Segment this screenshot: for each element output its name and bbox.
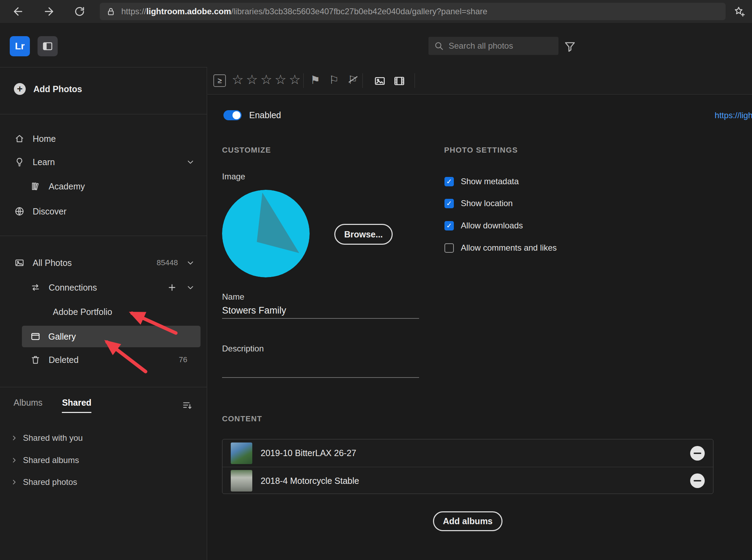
enabled-toggle[interactable] — [223, 110, 242, 120]
list-item[interactable]: 2019-10 BitterLAX 26-27 — [222, 439, 713, 467]
add-photos-button[interactable]: Add Photos — [0, 79, 207, 99]
remove-album-icon[interactable] — [690, 473, 705, 488]
shared-with-you-section[interactable]: Shared with you — [0, 429, 207, 447]
setting-label: Allow comments and likes — [461, 243, 557, 253]
chevron-down-icon[interactable] — [186, 157, 195, 167]
unflagged-icon[interactable] — [328, 73, 340, 87]
checkbox-icon[interactable] — [444, 221, 454, 230]
setting-label: Show location — [461, 198, 513, 208]
toolbar-separator — [362, 73, 363, 88]
sidebar-item-gallery[interactable]: Gallery — [22, 326, 201, 347]
share-url-link[interactable]: https://ligh — [715, 111, 752, 120]
checkbox-icon[interactable] — [444, 199, 454, 208]
sidebar-item-learn[interactable]: Learn — [0, 152, 207, 172]
pick-flag-icon[interactable] — [309, 73, 321, 87]
sidebar-item-academy[interactable]: Academy — [0, 177, 207, 196]
shared-albums-section[interactable]: Shared albums — [0, 451, 207, 469]
connections-icon — [30, 282, 41, 293]
chevron-right-icon — [10, 434, 18, 442]
chevron-down-icon[interactable] — [186, 258, 195, 267]
videos-filter-icon[interactable] — [393, 75, 406, 87]
home-label: Home — [33, 134, 56, 144]
academy-label: Academy — [49, 181, 85, 192]
tab-shared[interactable]: Shared — [62, 398, 91, 413]
all-photos-count: 85448 — [157, 258, 178, 267]
add-photos-label: Add Photos — [33, 84, 82, 94]
star-icon[interactable] — [275, 72, 286, 88]
share-cover-image[interactable] — [222, 190, 310, 277]
name-input[interactable] — [222, 303, 419, 319]
reload-icon — [74, 6, 85, 17]
setting-show-location[interactable]: Show location — [444, 196, 513, 210]
sidebar-item-connections[interactable]: Connections — [0, 278, 207, 297]
trash-icon — [30, 354, 41, 365]
main-content: ≥ Enabled https: — [207, 67, 752, 560]
flag-filter[interactable] — [309, 73, 359, 87]
add-photos-icon — [14, 83, 26, 95]
album-thumbnail — [231, 470, 252, 492]
album-title: 2018-4 Motorcycle Stable — [261, 476, 682, 486]
toolbar-separator — [303, 73, 304, 88]
star-icon[interactable] — [232, 72, 244, 88]
gallery-label: Gallery — [48, 332, 76, 342]
url-text: https://lightroom.adobe.com/libraries/b3… — [121, 7, 487, 16]
back-arrow-icon — [12, 5, 24, 18]
reject-flag-icon[interactable] — [346, 73, 359, 87]
name-label: Name — [222, 292, 244, 302]
sidebar-tabs: Albums Shared — [0, 396, 207, 415]
toolbar-separator — [415, 73, 415, 88]
sidebar-item-deleted[interactable]: Deleted 76 — [0, 350, 207, 370]
rating-operator-button[interactable]: ≥ — [213, 74, 226, 87]
search-icon — [434, 41, 444, 51]
sidebar-item-adobe-portfolio[interactable]: Adobe Portfolio — [0, 302, 207, 322]
image-label: Image — [222, 172, 245, 181]
description-input[interactable] — [222, 362, 419, 378]
sort-icon[interactable] — [182, 400, 193, 411]
star-rating-filter[interactable] — [232, 72, 301, 88]
star-icon[interactable] — [246, 72, 258, 88]
shared-photos-section[interactable]: Shared photos — [0, 473, 207, 491]
checkbox-icon[interactable] — [444, 177, 454, 186]
browser-forward-button[interactable] — [41, 3, 57, 19]
address-bar[interactable]: https://lightroom.adobe.com/libraries/b3… — [100, 3, 726, 20]
share-enabled-row: Enabled — [223, 106, 281, 124]
setting-allow-comments[interactable]: Allow comments and likes — [444, 241, 557, 255]
remove-album-icon[interactable] — [690, 446, 705, 461]
album-title: 2019-10 BitterLAX 26-27 — [261, 448, 682, 458]
setting-label: Allow downloads — [461, 221, 523, 230]
tab-albums[interactable]: Albums — [14, 398, 42, 413]
browse-button[interactable]: Browse... — [334, 224, 393, 245]
sidebar-item-discover[interactable]: Discover — [0, 202, 207, 221]
photo-settings-heading: PHOTO SETTINGS — [444, 146, 518, 155]
lightroom-logo[interactable]: Lr — [10, 36, 30, 56]
enabled-label: Enabled — [249, 110, 281, 120]
list-item[interactable]: 2018-4 Motorcycle Stable — [222, 467, 713, 494]
all-photos-label: All Photos — [33, 258, 72, 268]
photos-icon — [14, 257, 25, 268]
deleted-count: 76 — [179, 355, 187, 364]
cover-image-graphic — [222, 190, 310, 277]
favorites-add-icon[interactable] — [731, 3, 747, 19]
chevron-right-icon — [10, 456, 18, 464]
browser-back-button[interactable] — [10, 3, 26, 19]
photos-filter-icon[interactable] — [374, 75, 386, 87]
browser-reload-button[interactable] — [72, 3, 88, 19]
search-input[interactable] — [449, 41, 556, 51]
star-icon[interactable] — [289, 72, 301, 88]
sidebar-item-all-photos[interactable]: All Photos 85448 — [0, 253, 207, 273]
checkbox-icon[interactable] — [444, 243, 454, 253]
setting-show-metadata[interactable]: Show metadata — [444, 175, 519, 188]
sidebar-item-home[interactable]: Home — [0, 129, 207, 148]
description-label: Description — [222, 344, 264, 354]
add-albums-button[interactable]: Add albums — [433, 511, 502, 531]
browser-window: https://lightroom.adobe.com/libraries/b3… — [0, 0, 752, 560]
sidebar: Add Photos Home Learn Academy Discover A… — [0, 67, 207, 560]
star-icon[interactable] — [260, 72, 272, 88]
content-heading: CONTENT — [222, 414, 262, 423]
panel-toggle-button[interactable] — [38, 36, 58, 56]
search-bar[interactable] — [428, 37, 558, 55]
filter-icon[interactable] — [562, 39, 578, 54]
setting-allow-downloads[interactable]: Allow downloads — [444, 219, 523, 233]
chevron-down-icon[interactable] — [186, 283, 195, 292]
add-connection-icon[interactable] — [167, 283, 177, 292]
